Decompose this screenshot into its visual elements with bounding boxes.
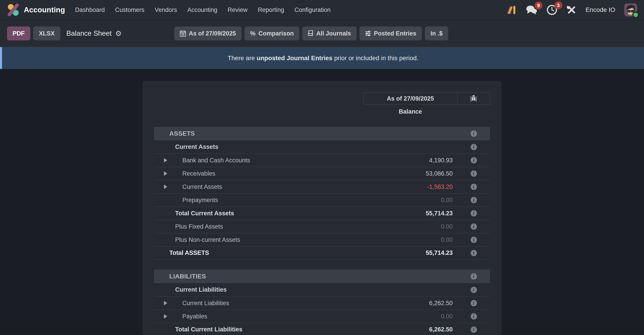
filter-posted-label: Posted Entries — [374, 30, 416, 37]
menu-item-reporting[interactable]: Reporting — [252, 0, 289, 20]
row-label: Receivables — [182, 170, 215, 177]
table-row[interactable]: Plus Fixed Assets 0.00 i — [154, 220, 490, 233]
row-value: 6,262.50 — [429, 300, 458, 307]
filter-posted-button[interactable]: Posted Entries — [360, 26, 422, 40]
menu-item-review[interactable]: Review — [222, 0, 253, 20]
top-navbar: Accounting Dashboard Customers Vendors A… — [0, 0, 644, 20]
messages-badge: 9 — [535, 2, 542, 10]
filter-currency-button[interactable]: In .$ — [425, 26, 448, 40]
table-row: Total ASSETS 55,714.23 i — [154, 246, 490, 260]
filter-journals-label: All Journals — [316, 30, 351, 37]
table-row[interactable]: ASSETS i — [154, 127, 490, 140]
filter-comparison-label: Comparison — [258, 30, 294, 37]
journal-book-icon — [308, 30, 313, 36]
info-icon[interactable]: i — [471, 130, 477, 137]
menu-item-dashboard[interactable]: Dashboard — [70, 0, 110, 20]
odoo-percent-logo-icon[interactable] — [7, 3, 20, 16]
info-icon[interactable]: i — [471, 170, 477, 177]
control-panel: PDF XLSX Balance Sheet ⚙ As of 27/09/202… — [0, 20, 644, 47]
info-icon[interactable]: i — [471, 313, 477, 320]
row-label: Bank and Cash Accounts — [182, 157, 250, 164]
info-icon[interactable]: i — [471, 326, 477, 333]
info-icon[interactable]: i — [471, 157, 477, 164]
app-name[interactable]: Accounting — [24, 6, 65, 14]
table-row[interactable]: Plus Non-current Assets 0.00 i — [154, 233, 490, 246]
table-row[interactable]: Current Liabilities 6,262.50 i — [154, 296, 490, 310]
page-title: Balance Sheet — [66, 30, 112, 38]
row-value: 55,714.23 — [426, 250, 458, 256]
filter-bar: As of 27/09/2025 % Comparison All Journa… — [174, 26, 448, 40]
info-icon[interactable]: i — [471, 197, 477, 203]
table-row[interactable]: Prepayments 0.00 i — [154, 193, 490, 206]
pdf-button[interactable]: PDF — [7, 26, 30, 40]
row-value: 4,190.93 — [429, 157, 458, 164]
row-value: -1,563.20 — [427, 184, 458, 190]
row-label: Current Assets — [175, 144, 218, 150]
settings-gear-icon[interactable]: ⚙ — [115, 30, 122, 37]
row-value: 53,086.50 — [426, 170, 458, 177]
table-row[interactable]: Receivables 53,086.50 i — [154, 167, 490, 180]
table-row[interactable]: Current Liabilities i — [154, 283, 490, 296]
info-icon[interactable]: i — [471, 237, 477, 243]
ai-assistant-icon[interactable] — [506, 5, 517, 15]
row-value: 0.00 — [441, 197, 458, 204]
table-row: Total Current Liabilities 6,262.50 i — [154, 323, 490, 335]
row-label: Current Assets — [182, 184, 222, 190]
report-card: As of 27/09/2025 Balance — [142, 81, 502, 335]
table-row[interactable]: LIABILITIES i — [154, 270, 490, 283]
info-icon[interactable]: i — [471, 300, 477, 306]
row-value: 55,714.23 — [426, 210, 458, 217]
xlsx-button[interactable]: XLSX — [33, 26, 60, 40]
info-icon[interactable]: i — [471, 224, 477, 230]
info-icon[interactable]: i — [471, 210, 477, 216]
expand-caret-icon[interactable] — [164, 184, 167, 189]
info-icon[interactable]: i — [471, 184, 477, 190]
calendar-icon — [180, 30, 186, 36]
table-row[interactable]: Current Assets i — [154, 140, 490, 154]
table-row[interactable]: Current Assets -1,563.20 i — [154, 180, 490, 193]
company-name[interactable]: Encode IO — [586, 6, 615, 14]
row-label: Total ASSETS — [169, 250, 209, 256]
row-label: Plus Non-current Assets — [175, 236, 240, 244]
row-label: Prepayments — [182, 197, 218, 204]
row-label: Plus Fixed Assets — [175, 223, 223, 230]
filter-comparison-button[interactable]: % Comparison — [244, 26, 300, 40]
filter-date-button[interactable]: As of 27/09/2025 — [174, 26, 242, 40]
info-icon[interactable]: i — [471, 273, 477, 280]
balance-column-label: Balance — [363, 108, 458, 115]
expand-caret-icon[interactable] — [164, 314, 167, 318]
filter-journals-button[interactable]: All Journals — [302, 26, 356, 40]
row-value: 6,262.50 — [429, 326, 458, 333]
online-status-dot — [632, 12, 639, 18]
menu-item-accounting[interactable]: Accounting — [182, 0, 222, 20]
row-label: LIABILITIES — [169, 273, 206, 280]
column-date-header[interactable]: As of 27/09/2025 — [363, 92, 458, 105]
row-label: Total Current Liabilities — [175, 326, 242, 333]
table-row[interactable]: Bank and Cash Accounts 4,190.93 i — [154, 154, 490, 167]
table-row[interactable]: Payables 0.00 i — [154, 310, 490, 323]
activities-clock-icon[interactable]: 3 — [546, 4, 557, 15]
row-label: Payables — [182, 313, 207, 320]
menu-item-vendors[interactable]: Vendors — [150, 0, 182, 20]
row-label: Current Liabilities — [182, 300, 229, 307]
debug-bug-icon[interactable] — [458, 92, 490, 105]
tools-icon[interactable] — [566, 5, 577, 15]
menu-item-customers[interactable]: Customers — [110, 0, 150, 20]
table-row: Total Current Assets 55,714.23 i — [154, 206, 490, 220]
row-value: 0.00 — [441, 223, 458, 230]
expand-caret-icon[interactable] — [164, 301, 167, 305]
info-icon[interactable]: i — [471, 144, 477, 150]
percent-icon: % — [250, 30, 256, 37]
menu-item-configuration[interactable]: Configuration — [289, 0, 336, 20]
expand-caret-icon[interactable] — [164, 158, 167, 162]
info-icon[interactable]: i — [471, 250, 477, 256]
row-value: 0.00 — [441, 236, 458, 244]
row-label: ASSETS — [169, 130, 195, 137]
filter-date-label: As of 27/09/2025 — [189, 30, 236, 37]
expand-caret-icon[interactable] — [164, 171, 167, 176]
user-avatar[interactable] — [624, 3, 637, 16]
info-icon[interactable]: i — [471, 287, 477, 293]
activities-badge: 3 — [554, 1, 562, 9]
banner-text: There are — [228, 54, 257, 62]
messages-icon[interactable]: 9 — [526, 5, 538, 15]
